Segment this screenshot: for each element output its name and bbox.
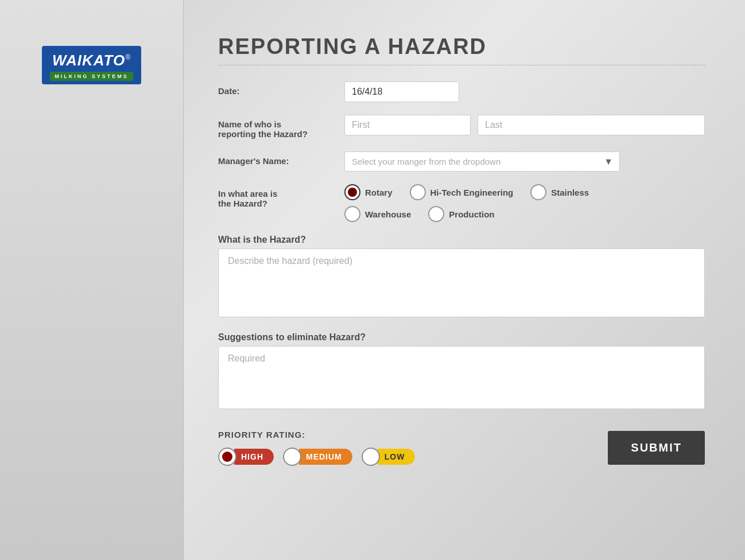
- priority-row: PRIORITY RATING: HIGH MEDIUM LOW: [218, 430, 705, 466]
- divider: [218, 65, 705, 65]
- date-controls: [344, 81, 705, 102]
- brand-name: WAIKATO®: [52, 52, 131, 69]
- radio-label-production: Production: [449, 209, 494, 219]
- radio-label-hitech: Hi-Tech Engineering: [430, 188, 514, 197]
- sidebar: WAIKATO® MILKING SYSTEMS: [0, 0, 184, 560]
- priority-options: HIGH MEDIUM LOW: [218, 448, 415, 466]
- radio-item-stainless[interactable]: Stainless: [530, 184, 589, 200]
- form: Date: Name of who isreporting the Hazard…: [218, 81, 705, 466]
- radio-item-rotary[interactable]: Rotary: [344, 184, 393, 200]
- hazard-section: What is the Hazard?: [218, 235, 705, 320]
- name-fields: [344, 115, 705, 135]
- last-name-input[interactable]: [478, 115, 705, 135]
- manager-controls: Select your manger from the dropdown ▼: [344, 151, 705, 172]
- priority-badge-low: LOW: [378, 449, 416, 465]
- submit-button[interactable]: SUBMIT: [608, 431, 705, 465]
- manager-select-wrapper: Select your manger from the dropdown ▼: [344, 151, 620, 172]
- priority-title: PRIORITY RATING:: [218, 430, 415, 440]
- area-controls: Rotary Hi-Tech Engineering Stainless: [344, 184, 705, 222]
- radio-circle-hitech: [410, 184, 426, 200]
- priority-radio-high: [218, 448, 236, 466]
- priority-item-low[interactable]: LOW: [362, 448, 416, 466]
- page-title: REPORTING A HAZARD: [218, 34, 705, 59]
- manager-select[interactable]: Select your manger from the dropdown: [344, 151, 620, 172]
- radio-circle-production: [428, 206, 444, 222]
- name-label: Name of who isreporting the Hazard?: [218, 115, 333, 139]
- suggestions-section: Suggestions to eliminate Hazard?: [218, 332, 705, 411]
- radio-item-warehouse[interactable]: Warehouse: [344, 206, 411, 222]
- radio-item-production[interactable]: Production: [428, 206, 494, 222]
- radio-label-rotary: Rotary: [365, 188, 393, 197]
- suggestions-textarea[interactable]: [218, 346, 705, 409]
- manager-row: Manager's Name: Select your manger from …: [218, 151, 705, 172]
- radio-circle-rotary: [344, 184, 360, 200]
- manager-label: Manager's Name:: [218, 151, 333, 166]
- radio-item-hitech[interactable]: Hi-Tech Engineering: [410, 184, 514, 200]
- priority-item-high[interactable]: HIGH: [218, 448, 274, 466]
- radio-circle-stainless: [530, 184, 546, 200]
- main-content: REPORTING A HAZARD Date: Name of who isr…: [184, 0, 745, 560]
- area-radio-row-2: Warehouse Production: [344, 206, 705, 222]
- area-label: In what area isthe Hazard?: [218, 184, 333, 208]
- first-name-input[interactable]: [344, 115, 471, 135]
- radio-circle-warehouse: [344, 206, 360, 222]
- priority-item-medium[interactable]: MEDIUM: [283, 448, 352, 466]
- hazard-label: What is the Hazard?: [218, 235, 705, 245]
- date-input[interactable]: [344, 81, 459, 102]
- name-controls: [344, 115, 705, 135]
- priority-badge-medium: MEDIUM: [299, 449, 352, 465]
- logo: WAIKATO® MILKING SYSTEMS: [42, 46, 141, 84]
- radio-label-stainless: Stainless: [551, 188, 589, 197]
- date-row: Date:: [218, 81, 705, 102]
- priority-left: PRIORITY RATING: HIGH MEDIUM LOW: [218, 430, 415, 466]
- brand-subtitle: MILKING SYSTEMS: [50, 72, 133, 81]
- area-radio-row-1: Rotary Hi-Tech Engineering Stainless: [344, 184, 705, 200]
- suggestions-label: Suggestions to eliminate Hazard?: [218, 332, 705, 343]
- priority-badge-high: HIGH: [234, 449, 274, 465]
- radio-label-warehouse: Warehouse: [365, 209, 411, 219]
- area-radio-group: Rotary Hi-Tech Engineering Stainless: [344, 184, 705, 222]
- priority-radio-medium: [283, 448, 301, 466]
- name-row: Name of who isreporting the Hazard?: [218, 115, 705, 139]
- area-row: In what area isthe Hazard? Rotary Hi-Tec…: [218, 184, 705, 222]
- date-label: Date:: [218, 81, 333, 96]
- hazard-textarea[interactable]: [218, 248, 705, 317]
- priority-radio-low: [362, 448, 380, 466]
